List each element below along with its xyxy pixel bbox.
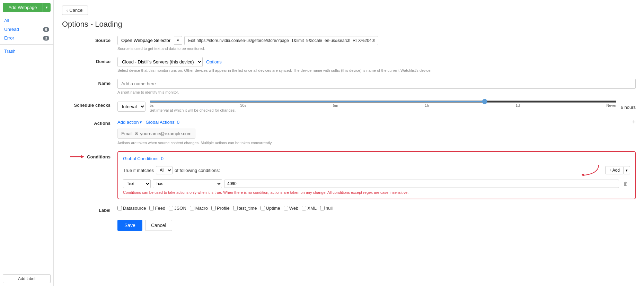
slider-value-display: 6 hours [621,103,636,110]
device-row: Cloud - Distill's Servers (this device) … [117,57,636,67]
save-button[interactable]: Save [117,220,142,231]
match-select[interactable]: All [156,166,173,174]
interval-select[interactable]: Interval [117,102,145,112]
label-checkbox-item: XML [302,206,317,211]
email-action-box: Email ✉ yourname@example.com [117,129,195,139]
label-checkbox-web[interactable] [284,206,288,210]
condition-arrow-icon [576,163,600,177]
main-content: ‹ Cancel Options - Loading Source Open W… [54,0,644,286]
add-webpage-button[interactable]: Add Webpage [3,3,43,12]
label-checkbox-profile[interactable] [211,206,216,210]
svg-marker-1 [81,155,84,158]
tick-5s: 5s [150,103,154,107]
add-label-button[interactable]: Add label [3,274,51,283]
device-options-link[interactable]: Options [206,59,222,64]
cancel-button[interactable]: Cancel [145,220,172,231]
name-input[interactable] [117,79,636,89]
conditions-box: Global Conditions: 0 True if matches All… [117,151,636,199]
actions-hint: Actions are taken when source content ch… [117,141,636,145]
label-checkbox-json[interactable] [169,206,173,210]
sidebar-item-all[interactable]: All [0,16,53,25]
add-condition-button[interactable]: + Add [605,166,624,174]
source-hint: Source is used to get text and data to b… [117,46,636,51]
conditions-section: Conditions Global Conditions: 0 True if … [62,151,636,199]
sidebar-item-error[interactable]: Error 3 [0,34,53,42]
label-checkbox-item: JSON [169,206,186,211]
sidebar-divider [0,44,53,45]
label-checkbox-test_time[interactable] [233,206,238,210]
label-checkbox-item: Datasource [117,206,146,211]
label-checkbox-label-datasource: Datasource [123,206,146,211]
tick-5m: 5m [333,103,338,107]
source-url-input[interactable] [184,36,378,45]
add-condition-btn-group: + Add ▾ [605,166,630,174]
tick-1h: 1h [425,103,429,107]
device-hint: Select device that this monitor runs on.… [117,68,636,72]
add-webpage-section: Add Webpage ▾ [3,3,51,12]
add-action-label: Add action [117,120,139,125]
interval-slider[interactable] [150,101,617,103]
add-action-button[interactable]: Add action ▾ [117,120,142,125]
true-if-row: True if matches All of following conditi… [123,163,630,177]
label-checkbox-macro[interactable] [190,206,194,210]
label-checkbox-label-uptime: Uptime [266,206,280,211]
sidebar-item-all-label: All [4,18,9,23]
label-checkbox-null[interactable] [320,206,325,210]
label-checkbox-datasource[interactable] [117,206,122,210]
cancel-top-button[interactable]: ‹ Cancel [62,6,88,15]
condition-delete-button[interactable]: 🗑 [621,180,630,187]
add-condition-dropdown[interactable]: ▾ [624,166,630,174]
schedule-hint: Set interval at which it will be checked… [150,108,617,112]
open-webpage-selector-button[interactable]: Open Webpage Selector [117,36,174,45]
source-label: Source [62,36,117,43]
device-content: Cloud - Distill's Servers (this device) … [117,57,636,72]
email-action-label: Email [121,131,133,136]
name-section: Name A short name to identify this monit… [62,79,636,94]
condition-type-select[interactable]: Text [123,179,151,188]
source-section: Source Open Webpage Selector ▾ Source is… [62,36,636,51]
label-checkbox-label-macro: Macro [195,206,208,211]
label-checkbox-uptime[interactable] [261,206,265,210]
device-select[interactable]: Cloud - Distill's Servers (this device) [117,57,203,67]
slider-labels: 5s 30s 5m 1h 1d Never [150,103,617,107]
add-action-plus-icon[interactable]: + [632,119,636,126]
label-checkbox-label-web: Web [289,206,299,211]
label-checkbox-label-test_time: test_time [239,206,257,211]
true-if-label: True if matches [123,168,154,173]
error-badge: 3 [43,36,49,41]
label-row: DatasourceFeedJSONMacroProfiletest_timeU… [117,206,636,211]
back-arrow-icon: ‹ [67,8,68,13]
email-icon: ✉ [135,131,138,136]
schedule-row: Interval 5s 30s 5m 1h 1d Never Set inter… [117,101,636,112]
actions-header: Add action ▾ Global Actions: 0 + [117,119,636,126]
device-section: Device Cloud - Distill's Servers (this d… [62,57,636,72]
name-label: Name [62,79,117,86]
label-checkbox-label-feed: Feed [155,206,165,211]
sidebar-item-unread-label: Unread [4,27,19,32]
sidebar-item-trash-label: Trash [4,49,16,54]
label-section: Label DatasourceFeedJSONMacroProfiletest… [62,206,636,213]
source-row: Open Webpage Selector ▾ [117,36,636,45]
sidebar-item-error-label: Error [4,35,14,41]
add-webpage-dropdown-button[interactable]: ▾ [43,3,51,12]
red-arrow-icon [70,153,84,160]
schedule-content: Interval 5s 30s 5m 1h 1d Never Set inter… [117,101,636,112]
label-checkbox-feed[interactable] [149,206,154,210]
label-checkbox-item: null [320,206,333,211]
name-hint: A short name to identify this monitor. [117,90,636,94]
label-checkbox-item: Profile [211,206,230,211]
label-checkbox-xml[interactable] [302,206,306,210]
global-actions-link[interactable]: Global Actions: 0 [145,120,179,125]
condition-value-input[interactable] [224,180,619,188]
schedule-label: Schedule checks [62,101,117,108]
conditions-label: Conditions [70,153,111,160]
device-label: Device [62,57,117,64]
email-value: yourname@example.com [140,131,192,136]
global-conditions-link[interactable]: Global Conditions: 0 [123,156,164,161]
actions-label: Actions [62,119,117,126]
label-checkbox-label-profile: Profile [217,206,230,211]
sidebar-item-trash[interactable]: Trash [0,47,53,55]
sidebar-item-unread[interactable]: Unread 6 [0,25,53,34]
source-dropdown-button[interactable]: ▾ [174,36,182,45]
condition-op-select[interactable]: has [153,179,222,188]
